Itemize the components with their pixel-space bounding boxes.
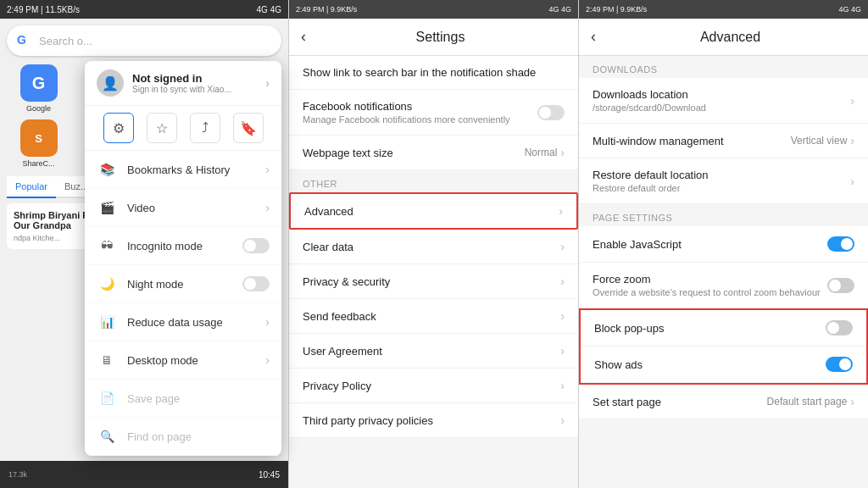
show-ads-label: Show ads bbox=[594, 358, 826, 371]
star-icon-btn[interactable]: ☆ bbox=[147, 113, 177, 143]
facebook-sub: Manage Facebook notifications more conve… bbox=[303, 114, 537, 125]
advanced-title: Advanced bbox=[604, 30, 856, 45]
bookmark-icon-btn[interactable]: 🔖 bbox=[233, 113, 264, 143]
force-zoom-toggle[interactable] bbox=[827, 278, 854, 293]
privacy-policy-text: Privacy Policy bbox=[303, 380, 560, 392]
third-party-chevron: › bbox=[560, 413, 565, 427]
settings-icon-btn[interactable]: ⚙ bbox=[103, 113, 134, 143]
settings-item-clear-data[interactable]: Clear data › bbox=[289, 230, 578, 264]
status-signal-1: 4G 4G bbox=[257, 5, 281, 14]
menu-item-incognito[interactable]: 🕶 Incognito mode bbox=[85, 227, 281, 265]
block-popups-label: Block pop-ups bbox=[594, 322, 826, 335]
find-label: Find on page bbox=[127, 430, 270, 443]
back-arrow-advanced[interactable]: ‹ bbox=[591, 28, 596, 46]
javascript-text: Enable JavaScript bbox=[593, 238, 827, 251]
settings-item-user-agreement[interactable]: User Agreement › bbox=[289, 334, 578, 369]
desktop-chevron: › bbox=[265, 353, 270, 367]
menu-item-save[interactable]: 📄 Save page bbox=[85, 380, 281, 418]
night-mode-toggle[interactable] bbox=[242, 276, 270, 291]
clear-data-label: Clear data bbox=[303, 241, 560, 253]
facebook-text: Facebook notifications Manage Facebook n… bbox=[303, 100, 537, 125]
privacy-chevron: › bbox=[560, 274, 565, 288]
back-arrow-settings[interactable]: ‹ bbox=[301, 28, 306, 46]
downloads-location-label: Downloads location bbox=[593, 88, 850, 101]
clear-data-chevron: › bbox=[560, 240, 565, 253]
settings-item-facebook[interactable]: Facebook notifications Manage Facebook n… bbox=[289, 90, 578, 136]
share-icon-btn[interactable]: ⤴ bbox=[190, 113, 220, 143]
menu-item-reduce-data[interactable]: 📊 Reduce data usage › bbox=[85, 303, 281, 341]
menu-item-night[interactable]: 🌙 Night mode bbox=[85, 265, 281, 303]
bookmarks-label: Bookmarks & History bbox=[127, 164, 265, 176]
multiwindow-text: Multi-window management bbox=[593, 135, 791, 147]
google-app-icon: G bbox=[20, 64, 58, 102]
find-icon: 🔍 bbox=[97, 426, 117, 446]
menu-item-video[interactable]: 🎬 Video › bbox=[85, 189, 281, 227]
reduce-data-label: Reduce data usage bbox=[127, 316, 265, 329]
adv-item-start-page[interactable]: Set start page Default start page › bbox=[579, 385, 868, 419]
adv-item-downloads-location[interactable]: Downloads location /storage/sdcard0/Down… bbox=[579, 78, 868, 124]
settings-item-advanced[interactable]: Advanced › bbox=[289, 192, 578, 230]
block-popups-toggle[interactable] bbox=[826, 320, 853, 336]
third-party-label: Third party privacy policies bbox=[303, 414, 560, 427]
overlay-menu: 👤 Not signed in Sign in to sync with Xia… bbox=[85, 61, 281, 456]
adv-item-block-popups[interactable]: Block pop-ups bbox=[581, 310, 866, 347]
adv-item-force-zoom[interactable]: Force zoom Override a website's request … bbox=[579, 263, 868, 308]
notification-link-label: Show link to search bar in the notificat… bbox=[303, 66, 565, 79]
feedback-text: Send feedback bbox=[303, 310, 560, 323]
incognito-toggle[interactable] bbox=[242, 238, 270, 253]
status-bar-3: 2:49 PM | 9.9KB/s 4G 4G bbox=[579, 0, 868, 19]
incognito-label: Incognito mode bbox=[127, 240, 242, 252]
app-sharec[interactable]: S ShareC... bbox=[7, 119, 70, 168]
javascript-label: Enable JavaScript bbox=[593, 238, 827, 251]
menu-item-desktop[interactable]: 🖥 Desktop mode › bbox=[85, 341, 281, 380]
privacy-label: Privacy & security bbox=[303, 275, 560, 288]
settings-item-privacy-policy[interactable]: Privacy Policy › bbox=[289, 369, 578, 403]
search-bar[interactable]: G Search o... bbox=[7, 25, 281, 56]
status-signal-2: 4G 4G bbox=[548, 5, 571, 14]
third-party-text: Third party privacy policies bbox=[303, 414, 560, 427]
settings-item-privacy[interactable]: Privacy & security › bbox=[289, 264, 578, 299]
bookmarks-icon: 📚 bbox=[97, 159, 117, 180]
panel-advanced: 2:49 PM | 9.9KB/s 4G 4G ‹ Advanced DOWNL… bbox=[578, 0, 868, 488]
settings-item-feedback[interactable]: Send feedback › bbox=[289, 299, 578, 334]
facebook-toggle[interactable] bbox=[537, 105, 565, 120]
adv-item-restore-location[interactable]: Restore default location Restore default… bbox=[579, 158, 868, 204]
privacy-policy-chevron: › bbox=[560, 379, 565, 392]
user-agreement-chevron: › bbox=[560, 344, 565, 358]
reduce-data-icon: 📊 bbox=[97, 312, 117, 332]
app-google[interactable]: G Google bbox=[7, 64, 70, 113]
adv-item-javascript[interactable]: Enable JavaScript bbox=[579, 226, 868, 263]
desktop-icon: 🖥 bbox=[97, 350, 117, 370]
menu-item-find[interactable]: 🔍 Find on page bbox=[85, 418, 281, 456]
save-label: Save page bbox=[127, 392, 270, 405]
show-ads-toggle[interactable] bbox=[826, 357, 853, 372]
adv-item-show-ads[interactable]: Show ads bbox=[581, 347, 866, 383]
adv-item-multiwindow[interactable]: Multi-window management Vertical view › bbox=[579, 124, 868, 158]
tab-popular[interactable]: Popular bbox=[7, 176, 56, 198]
bottom-bar: 17.3k 10:45 bbox=[0, 461, 288, 488]
multiwindow-label: Multi-window management bbox=[593, 135, 791, 147]
settings-item-notification-link[interactable]: Show link to search bar in the notificat… bbox=[289, 56, 578, 90]
menu-item-bookmarks[interactable]: 📚 Bookmarks & History › bbox=[85, 151, 281, 189]
start-page-value: Default start page bbox=[767, 396, 848, 408]
sign-in-sub: Sign in to sync with Xiao... bbox=[132, 85, 265, 94]
user-agreement-label: User Agreement bbox=[303, 345, 560, 358]
status-bar-1: 2:49 PM | 11.5KB/s 4G 4G bbox=[0, 0, 288, 19]
highlighted-block: Block pop-ups Show ads bbox=[579, 308, 868, 385]
settings-item-text-size[interactable]: Webpage text size Normal › bbox=[289, 136, 578, 170]
menu-header[interactable]: 👤 Not signed in Sign in to sync with Xia… bbox=[85, 61, 281, 106]
show-ads-text: Show ads bbox=[594, 358, 826, 371]
menu-header-chevron: › bbox=[265, 76, 270, 90]
settings-item-third-party[interactable]: Third party privacy policies › bbox=[289, 403, 578, 438]
javascript-toggle[interactable] bbox=[827, 236, 854, 252]
video-icon: 🎬 bbox=[97, 197, 117, 218]
not-signed-in-label: Not signed in bbox=[132, 72, 265, 85]
incognito-icon: 🕶 bbox=[97, 236, 117, 256]
bottom-time: 10:45 bbox=[259, 470, 280, 480]
privacy-policy-label: Privacy Policy bbox=[303, 380, 560, 392]
start-page-chevron: › bbox=[850, 395, 854, 408]
status-bar-2: 2:49 PM | 9.9KB/s 4G 4G bbox=[289, 0, 578, 19]
search-placeholder: Search o... bbox=[39, 35, 92, 47]
text-size-value: Normal bbox=[525, 147, 558, 158]
status-time-2: 2:49 PM | 9.9KB/s bbox=[296, 5, 357, 14]
